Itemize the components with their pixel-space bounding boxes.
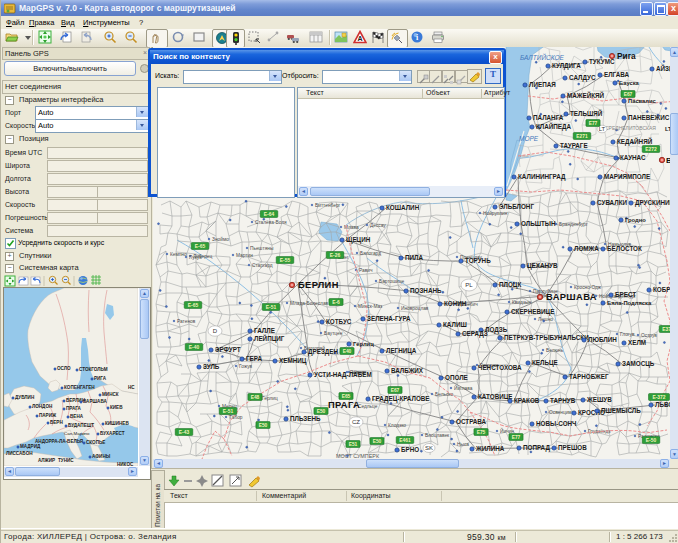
- svg-text:Йиглава: Йиглава: [454, 384, 473, 391]
- svg-text:Бартошице: Бартошице: [379, 279, 404, 284]
- svg-text:СКОПЬЕ: СКОПЬЕ: [86, 440, 105, 445]
- svg-text:Е-26: Е-26: [330, 253, 341, 258]
- svg-text:ЦЕХАНУВ: ЦЕХАНУВ: [527, 262, 558, 270]
- svg-text:Гродно: Гродно: [625, 217, 646, 223]
- svg-text:Е-51: Е-51: [266, 305, 277, 310]
- svg-text:LT: LT: [599, 126, 606, 132]
- svg-text:КАТОВИЦЕ: КАТОВИЦЕ: [478, 393, 513, 401]
- svg-text:Е50: Е50: [259, 423, 268, 428]
- svg-text:ДРУСКИНИНКАЙ: ДРУСКИНИНКАЙ: [635, 198, 670, 207]
- svg-text:ЛИЕПАЯ: ЛИЕПАЯ: [529, 81, 556, 88]
- svg-text:ПАРИЖ: ПАРИЖ: [39, 413, 57, 418]
- svg-text:ВАРШАВА: ВАРШАВА: [83, 399, 107, 404]
- svg-text:Равич: Равич: [359, 268, 373, 273]
- svg-text:КАЛИНИНГРАД: КАЛИНИНГРАД: [518, 173, 566, 181]
- svg-text:НИКОС: НИКОС: [117, 462, 134, 466]
- svg-text:МОРЕ: МОРЕ: [519, 135, 539, 142]
- svg-text:ОЛЬШТЫН: ОЛЬШТЫН: [521, 220, 556, 227]
- svg-text:Е461: Е461: [399, 438, 411, 443]
- svg-text:A: A: [357, 35, 362, 42]
- svg-text:ЗУЛЬ: ЗУЛЬ: [203, 363, 220, 370]
- svg-text:ТУНИС: ТУНИС: [58, 458, 74, 463]
- svg-text:БАЛТИЙСКОЕ: БАЛТИЙСКОЕ: [520, 53, 565, 61]
- svg-text:Грудзёндз: Грудзёндз: [588, 429, 611, 434]
- svg-text:Бяла-Подляска: Бяла-Подляска: [607, 300, 652, 306]
- svg-text:Велюнь: Велюнь: [546, 348, 564, 353]
- svg-text:ЛЮБЛИН: ЛЮБЛИН: [588, 336, 617, 343]
- svg-text:ЕЛГАВА: ЕЛГАВА: [604, 71, 630, 78]
- svg-text:Мартин: Мартин: [236, 253, 253, 258]
- svg-text:КАУНАС: КАУНАС: [620, 154, 646, 161]
- svg-text:ДУБЛИН: ДУБЛИН: [15, 395, 35, 400]
- svg-text:Е271: Е271: [576, 134, 588, 139]
- svg-text:ЛЕЙПЦИГ: ЛЕЙПЦИГ: [254, 334, 285, 343]
- svg-text:Сталёва-Воля: Сталёва-Воля: [255, 220, 287, 225]
- svg-text:D: D: [213, 328, 218, 334]
- svg-text:Зноймо: Зноймо: [212, 236, 229, 242]
- svg-text:Е-43: Е-43: [179, 430, 190, 435]
- svg-text:Е-55: Е-55: [280, 258, 291, 263]
- svg-text:Е67: Е67: [624, 92, 633, 97]
- svg-text:Е77: Е77: [512, 435, 521, 440]
- svg-text:ПРЕШОВ: ПРЕШОВ: [558, 444, 587, 451]
- svg-text:МАЖЕЙКЯЙ: МАЖЕЙКЯЙ: [567, 91, 605, 99]
- svg-text:Лукув: Лукув: [189, 255, 202, 260]
- svg-text:ЗЕЛЕНА-ГУРА: ЗЕЛЕНА-ГУРА: [367, 315, 411, 322]
- svg-text:СЕРАДЗ: СЕРАДЗ: [462, 330, 488, 338]
- svg-text:Е-51: Е-51: [223, 409, 234, 414]
- svg-text:Е75: Е75: [477, 430, 486, 435]
- svg-text:Седльце: Седльце: [358, 404, 378, 409]
- svg-text:ХЕМНИЦ: ХЕМНИЦ: [279, 357, 307, 365]
- svg-text:ПАЛАНГА: ПАЛАНГА: [533, 114, 564, 121]
- svg-text:ЭЛЬБЛОНГ: ЭЛЬБЛОНГ: [499, 203, 534, 210]
- svg-text:Е-50: Е-50: [646, 438, 657, 443]
- svg-text:ЛОНДОН: ЛОНДОН: [32, 404, 53, 409]
- svg-text:ЖЕШУВ: ЖЕШУВ: [586, 396, 612, 403]
- svg-text:ЧЕНСТОХОВА: ЧЕНСТОХОВА: [478, 364, 522, 371]
- svg-text:Кемпно: Кемпно: [170, 252, 187, 257]
- svg-text:Ныса: Ныса: [457, 442, 469, 447]
- svg-text:ОСТРАВА: ОСТРАВА: [456, 418, 487, 425]
- svg-text:Острув: Острув: [641, 333, 657, 338]
- svg-text:КОПЕНГАГЕН: КОПЕНГАГЕН: [64, 385, 95, 390]
- svg-text:ДРЕЗДЕН: ДРЕЗДЕН: [308, 348, 339, 356]
- svg-text:ТОРУНЬ: ТОРУНЬ: [465, 257, 491, 264]
- svg-text:Иновроцлав: Иновроцлав: [401, 306, 429, 311]
- svg-text:Е50: Е50: [317, 409, 326, 414]
- svg-text:CZ: CZ: [352, 419, 360, 425]
- svg-text:ПИЛА: ПИЛА: [405, 254, 423, 261]
- svg-text:ОПОЛЕ: ОПОЛЕ: [445, 374, 468, 381]
- svg-text:ЗАМОСЦЬ: ЗАМОСЦЬ: [622, 360, 655, 368]
- svg-text:БУХАРЕСТ: БУХАРЕСТ: [100, 431, 125, 436]
- svg-text:ЭРФУРТ: ЭРФУРТ: [215, 346, 241, 353]
- svg-text:ТЕЛЬШЯЙ: ТЕЛЬШЯЙ: [570, 109, 603, 117]
- svg-text:ТУКУМС: ТУКУМС: [589, 58, 615, 65]
- svg-text:САЛДУС: САЛДУС: [569, 74, 596, 82]
- svg-text:ВАЛБЖИХ: ВАЛБЖИХ: [391, 367, 424, 374]
- svg-text:Бялогард: Бялогард: [360, 251, 381, 256]
- svg-text:БУДАПЕШТ: БУДАПЕШТ: [68, 423, 94, 428]
- svg-text:SK: SK: [425, 445, 433, 451]
- svg-text:БЕЛОСТОК: БЕЛОСТОК: [607, 245, 642, 252]
- svg-text:Дессау: Дессау: [370, 223, 386, 228]
- svg-text:КУЛДИГА: КУЛДИГА: [552, 62, 581, 70]
- svg-text:Бауска: Бауска: [619, 80, 640, 86]
- svg-text:Квидзын: Квидзын: [512, 300, 531, 305]
- svg-text:ПОПРАД: ПОПРАД: [523, 444, 550, 452]
- svg-text:Глогув: Глогув: [620, 332, 635, 337]
- svg-text:ПОЗНАНЬ: ПОЗНАНЬ: [410, 287, 442, 294]
- svg-text:ПЕТРКУВ-ТРЫБУНАЛЬСКИ: ПЕТРКУВ-ТРЫБУНАЛЬСКИ: [504, 334, 589, 341]
- svg-text:Бельско: Бельско: [435, 392, 454, 397]
- svg-text:ВЕНА: ВЕНА: [70, 414, 84, 419]
- svg-text:Е40: Е40: [343, 349, 352, 354]
- svg-text:ГРАДЕЦ-КРАЛОВЕ: ГРАДЕЦ-КРАЛОВЕ: [372, 395, 430, 403]
- svg-text:ХЕЛМ: ХЕЛМ: [628, 339, 646, 346]
- svg-text:ЛОМЖА: ЛОМЖА: [574, 245, 599, 252]
- svg-text:Е-40: Е-40: [189, 345, 200, 350]
- svg-text:СРЕДНЕЛИТОВСКАЯ: СРЕДНЕЛИТОВСКАЯ: [605, 125, 656, 131]
- svg-text:Старгард: Старгард: [252, 263, 273, 268]
- svg-text:ЛИССАБОН: ЛИССАБОН: [6, 451, 33, 456]
- svg-text:Рига: Рига: [617, 51, 636, 61]
- svg-text:ГАЛЛЕ: ГАЛЛЕ: [254, 327, 275, 334]
- svg-text:ТАРНОБЖЕГ: ТАРНОБЖЕГ: [569, 373, 609, 380]
